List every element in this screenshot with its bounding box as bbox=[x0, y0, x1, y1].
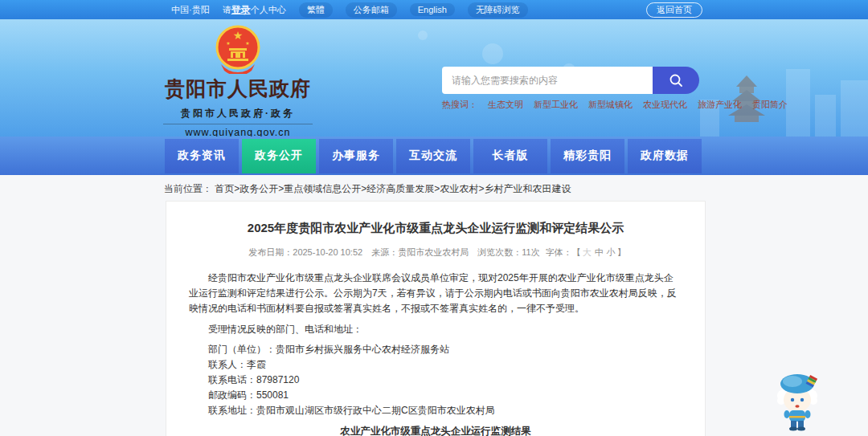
contact-phone: 联系电话：87987120 bbox=[189, 373, 682, 387]
article-meta: 发布日期：2025-10-20 10:52 来源：贵阳市农业农村局 浏览次数：1… bbox=[189, 247, 682, 259]
national-emblem-icon: ★ ★ ★ bbox=[215, 24, 261, 74]
result-table-title: 农业产业化市级重点龙头企业运行监测结果 bbox=[189, 425, 682, 436]
font-size-large-button[interactable]: 大 bbox=[583, 247, 592, 257]
svg-text:★: ★ bbox=[245, 41, 249, 46]
search-input[interactable] bbox=[442, 67, 653, 94]
site-banner: ★ ★ ★ 贵阳市人民政府 贵阳市人民政府·政务 www.guiyang.gov… bbox=[0, 19, 868, 137]
contact-person: 联系人：李霞 bbox=[189, 358, 682, 372]
nav-item-zhengwu-gongkai[interactable]: 政务公开 bbox=[242, 139, 316, 173]
bokeh-decoration bbox=[418, 31, 428, 40]
article-paragraph: 受理情况反映的部门、电话和地址： bbox=[189, 322, 682, 337]
cityscape-decoration bbox=[815, 95, 836, 137]
svg-text:★: ★ bbox=[233, 29, 244, 42]
nav-item-banshi-fuwu[interactable]: 办事服务 bbox=[319, 139, 393, 173]
site-logo[interactable]: ★ ★ ★ 贵阳市人民政府 贵阳市人民政府·政务 www.guiyang.gov… bbox=[163, 24, 313, 137]
hot-word-link[interactable]: 生态文明 bbox=[488, 99, 523, 111]
hot-word-link[interactable]: 贵阳简介 bbox=[752, 99, 788, 111]
main-navigation: 政务资讯 政务公开 办事服务 互动交流 长者版 精彩贵阳 政府数据 bbox=[0, 137, 868, 175]
mascot-assistant-widget[interactable] bbox=[772, 366, 823, 434]
article-source: 来源：贵阳市农业农村局 bbox=[371, 247, 469, 257]
article-title: 2025年度贵阳市农业产业化市级重点龙头企业运行监测和评定结果公示 bbox=[189, 221, 682, 236]
view-count: 浏览次数：11次 bbox=[477, 247, 539, 257]
breadcrumb-path[interactable]: 首页>政务公开>重点领域信息公开>经济高质量发展>农业农村>乡村产业和农田建设 bbox=[215, 183, 571, 194]
english-link[interactable]: English bbox=[410, 3, 455, 16]
nav-item-jingcai-guiyang[interactable]: 精彩贵阳 bbox=[551, 139, 624, 173]
site-url: www.guiyang.gov.cn bbox=[163, 127, 313, 137]
hot-word-link[interactable]: 旅游产业化 bbox=[698, 99, 742, 111]
traditional-chinese-link[interactable]: 繁體 bbox=[299, 2, 333, 18]
search-icon bbox=[668, 72, 684, 88]
font-size-label: 字体：【 bbox=[546, 247, 581, 257]
font-size-medium-button[interactable]: 中 bbox=[595, 247, 604, 257]
breadcrumb-label: 当前位置： bbox=[164, 183, 212, 194]
login-link[interactable]: 请登录个人中心 bbox=[223, 3, 286, 17]
hot-word-link[interactable]: 新型城镇化 bbox=[588, 99, 633, 111]
top-utility-bar: 中国·贵阳 请登录个人中心 繁體 公务邮箱 English 无障碍浏览 返回首页 bbox=[0, 0, 868, 19]
hot-search-label: 热搜词： bbox=[442, 99, 477, 111]
article-paragraph: 经贵阳市农业产业化市级重点龙头企业联席会议成员单位审定，现对2025年开展的农业… bbox=[189, 271, 682, 316]
site-subtitle: 贵阳市人民政府·政务 bbox=[163, 107, 313, 124]
hot-word-link[interactable]: 农业现代化 bbox=[643, 99, 687, 111]
nav-item-hudong-jiaoliu[interactable]: 互动交流 bbox=[396, 139, 470, 173]
contact-address: 联系地址：贵阳市观山湖区市级行政中心二期C区贵阳市农业农村局 bbox=[189, 404, 682, 418]
font-size-small-button[interactable]: 小 bbox=[607, 247, 616, 257]
cityscape-decoration bbox=[841, 80, 868, 137]
font-size-label-close: 】 bbox=[617, 247, 626, 257]
article-card: 2025年度贵阳市农业产业化市级重点龙头企业运行监测和评定结果公示 发布日期：2… bbox=[166, 201, 706, 436]
search-button[interactable] bbox=[653, 67, 699, 94]
nav-item-zhengfu-shuju[interactable]: 政府数据 bbox=[628, 139, 702, 173]
publish-date: 发布日期：2025-10-20 10:52 bbox=[248, 247, 362, 257]
article-body: 经贵阳市农业产业化市级重点龙头企业联席会议成员单位审定，现对2025年开展的农业… bbox=[189, 271, 682, 436]
hot-search-row: 热搜词： 生态文明 新型工业化 新型城镇化 农业现代化 旅游产业化 贵阳简介 bbox=[442, 99, 788, 111]
search-bar bbox=[442, 67, 699, 94]
contact-postcode: 邮政编码：550081 bbox=[189, 389, 682, 402]
region-link[interactable]: 中国·贵阳 bbox=[171, 4, 210, 16]
official-mail-link[interactable]: 公务邮箱 bbox=[346, 2, 397, 18]
nav-item-zhangzheban[interactable]: 长者版 bbox=[473, 139, 547, 173]
accessibility-link[interactable]: 无障碍浏览 bbox=[468, 2, 528, 18]
svg-text:★: ★ bbox=[226, 41, 230, 46]
nav-item-zhengwu-zixun[interactable]: 政务资讯 bbox=[165, 139, 239, 173]
back-to-home-button[interactable]: 返回首页 bbox=[646, 2, 702, 18]
contact-department: 部门（单位）：贵阳市乡村振兴服务中心农村经济服务站 bbox=[189, 343, 682, 357]
site-title: 贵阳市人民政府 bbox=[163, 75, 313, 102]
hot-word-link[interactable]: 新型工业化 bbox=[534, 99, 578, 111]
bokeh-decoration bbox=[482, 43, 503, 64]
cityscape-decoration bbox=[786, 69, 810, 137]
breadcrumb: 当前位置： 首页>政务公开>重点领域信息公开>经济高质量发展>农业农村>乡村产业… bbox=[164, 182, 571, 196]
